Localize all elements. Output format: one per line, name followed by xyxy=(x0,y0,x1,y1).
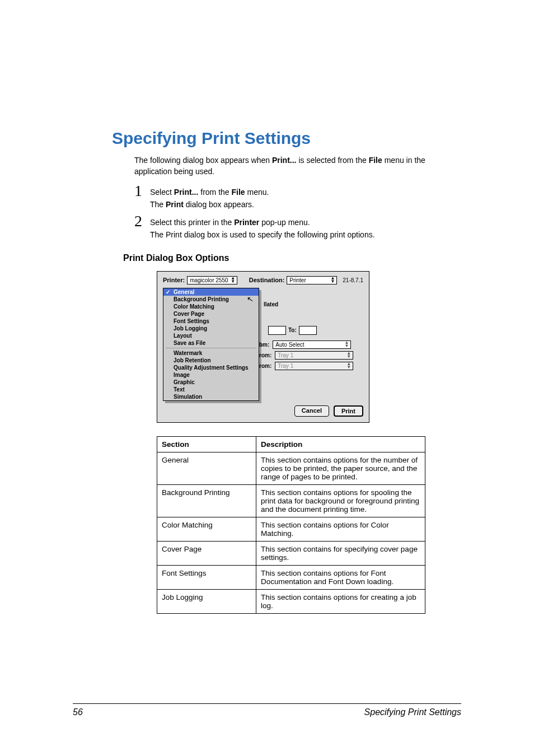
printer-select[interactable]: magicolor 2550 ▲▼ xyxy=(187,276,237,284)
step-text: pop-up menu. xyxy=(259,218,310,227)
step-bold: File xyxy=(232,188,245,197)
options-table: Section Description General This section… xyxy=(157,436,425,614)
step-bold: Print... xyxy=(174,188,199,197)
printer-value: magicolor 2550 xyxy=(190,277,228,283)
menu-item-color-matching[interactable]: Color Matching xyxy=(163,303,259,310)
dialog-right-panel: llated To: bm: Auto Select ▲▼ xyxy=(258,288,363,401)
updown-icon: ▲▼ xyxy=(346,362,351,369)
menu-item-watermark[interactable]: Watermark xyxy=(163,349,259,357)
menu-item-job-retention[interactable]: Job Retention xyxy=(163,357,259,364)
updown-icon: ▲▼ xyxy=(344,341,349,348)
page-footer: 56 Specifying Print Settings xyxy=(73,703,461,717)
tray-dropdown-2: Tray 1 ▲▼ xyxy=(275,362,353,370)
step-number: 2 xyxy=(134,213,150,229)
steps-list: 1 Select Print... from the File menu. Th… xyxy=(134,183,461,241)
destination-label: Destination: xyxy=(249,277,285,283)
updown-icon: ▲▼ xyxy=(231,277,235,283)
menu-item-font-settings[interactable]: Font Settings xyxy=(163,318,259,325)
cell-section: Job Logging xyxy=(157,589,256,613)
table-row: Job Logging This section contains option… xyxy=(157,589,425,613)
menu-item-simulation[interactable]: Simulation xyxy=(163,393,259,400)
intro-bold-print: Print... xyxy=(272,156,297,165)
cell-section: Color Matching xyxy=(157,517,256,541)
intro-text: is selected from the xyxy=(297,156,369,165)
destination-value: Printer xyxy=(289,277,306,283)
table-header-row: Section Description xyxy=(157,436,425,452)
intro-text: The following dialog box appears when xyxy=(134,156,272,165)
table-row: Background Printing This section contain… xyxy=(157,484,425,517)
to-field-left[interactable] xyxy=(268,326,286,335)
row-rom-label: rom: xyxy=(259,352,271,358)
menu-item-layout[interactable]: Layout xyxy=(163,332,259,339)
step-text: Select this printer in the xyxy=(150,218,234,227)
cancel-button[interactable]: Cancel xyxy=(294,405,329,417)
menu-item-job-logging[interactable]: Job Logging xyxy=(163,325,259,332)
step-number: 1 xyxy=(134,183,150,199)
page-number: 56 xyxy=(73,707,83,717)
row-rom2-label: rom: xyxy=(259,363,271,369)
menu-item-cover-page[interactable]: Cover Page xyxy=(163,310,259,318)
table-row: General This section contains options fo… xyxy=(157,452,425,484)
version-text: 21-8.7.1 xyxy=(343,277,363,283)
menu-item-background-printing[interactable]: Background Printing xyxy=(163,296,259,303)
auto-select-dropdown[interactable]: Auto Select ▲▼ xyxy=(273,340,351,349)
cell-description: This section contains for specifying cov… xyxy=(256,541,425,565)
menu-item-text[interactable]: Text xyxy=(163,386,259,393)
th-section: Section xyxy=(157,436,256,452)
menu-item-general[interactable]: General xyxy=(163,288,259,296)
cell-description: This section contains options for Color … xyxy=(256,517,425,541)
cell-section: Background Printing xyxy=(157,484,256,517)
row-bm-label: bm: xyxy=(259,342,269,348)
destination-select[interactable]: Printer ▲▼ xyxy=(287,276,337,284)
page: Specifying Print Settings The following … xyxy=(0,0,534,670)
step-text: Select xyxy=(150,188,174,197)
menu-item-image[interactable]: Image xyxy=(163,371,259,379)
page-title: Specifying Print Settings xyxy=(112,129,461,148)
table-row: Font Settings This section contains opti… xyxy=(157,565,425,589)
intro-bold-file: File xyxy=(369,156,382,165)
menu-item-graphic[interactable]: Graphic xyxy=(163,379,259,386)
cursor-icon: ↖ xyxy=(246,294,255,304)
step-sub: dialog box appears. xyxy=(184,200,254,209)
footer-title: Specifying Print Settings xyxy=(364,707,461,717)
cell-description: This section contains options for the nu… xyxy=(256,452,425,484)
menu-item-save-as-file[interactable]: Save as File xyxy=(163,339,259,347)
step-sub-bold: Print xyxy=(166,200,184,209)
th-description: Description xyxy=(256,436,425,452)
section-heading: Print Dialog Box Options xyxy=(123,253,461,263)
printer-label: Printer: xyxy=(163,277,185,283)
step-text: menu. xyxy=(245,188,269,197)
table-row: Cover Page This section contains for spe… xyxy=(157,541,425,565)
menu-item-quality-adjustment[interactable]: Quality Adjustment Settings xyxy=(163,364,259,371)
step-1: 1 Select Print... from the File menu. Th… xyxy=(134,183,461,211)
step-text: from the xyxy=(198,188,231,197)
tray-value-1: Tray 1 xyxy=(278,352,293,358)
to-field-right[interactable] xyxy=(299,326,317,335)
cell-section: General xyxy=(157,452,256,484)
cell-section: Font Settings xyxy=(157,565,256,589)
panel-menu[interactable]: General Background Printing Color Matchi… xyxy=(163,288,259,401)
auto-select-value: Auto Select xyxy=(275,342,304,348)
step-sub: The xyxy=(150,200,166,209)
table-row: Color Matching This section contains opt… xyxy=(157,517,425,541)
dialog-screenshot: Printer: magicolor 2550 ▲▼ Destination: … xyxy=(157,271,461,423)
tray-dropdown-1: Tray 1 ▲▼ xyxy=(275,351,353,360)
tray-value-2: Tray 1 xyxy=(278,363,293,369)
step-2: 2 Select this printer in the Printer pop… xyxy=(134,213,461,241)
step-sub: The Print dialog box is used to specify … xyxy=(150,230,375,239)
collated-fragment: llated xyxy=(264,301,278,307)
menu-separator xyxy=(166,348,256,348)
cell-description: This section contains options for Font D… xyxy=(256,565,425,589)
updown-icon: ▲▼ xyxy=(330,277,335,283)
cell-description: This section contains options for spooli… xyxy=(256,484,425,517)
updown-icon: ▲▼ xyxy=(346,352,351,358)
cell-section: Cover Page xyxy=(157,541,256,565)
print-dialog: Printer: magicolor 2550 ▲▼ Destination: … xyxy=(157,271,369,423)
print-button[interactable]: Print xyxy=(334,405,363,417)
cell-description: This section contains options for creati… xyxy=(256,589,425,613)
intro-paragraph: The following dialog box appears when Pr… xyxy=(134,155,461,178)
to-label: To: xyxy=(288,327,297,333)
step-bold: Printer xyxy=(234,218,259,227)
